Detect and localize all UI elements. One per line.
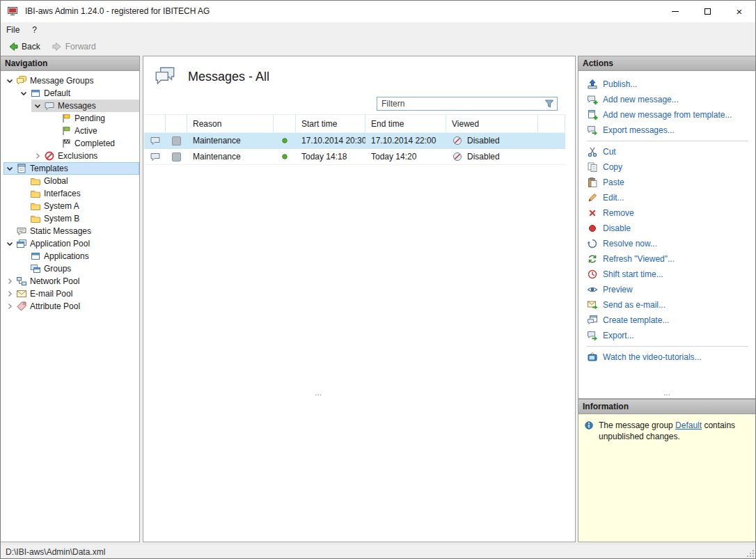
maximize-icon xyxy=(704,8,711,15)
tree-item-message-groups[interactable]: Message Groups xyxy=(3,74,139,87)
main-panel: Messages - All Reason Start time End tim… xyxy=(143,56,576,542)
tree-item-system-b[interactable]: System B xyxy=(17,212,139,225)
tree-item-default[interactable]: Default xyxy=(17,87,139,100)
tree-chevron-expanded-icon[interactable] xyxy=(3,163,16,174)
actions-list: Publish...Add new message...Add new mess… xyxy=(578,71,755,365)
tree-item-label: Default xyxy=(44,88,70,98)
default-group-link[interactable]: Default xyxy=(675,420,702,430)
tree-item-pending[interactable]: Pending xyxy=(48,112,139,125)
minimize-button[interactable] xyxy=(659,1,691,22)
col-reason[interactable]: Reason xyxy=(187,115,274,132)
viewed-disabled-icon xyxy=(452,135,463,146)
actions-body: Publish...Add new message...Add new mess… xyxy=(578,71,756,399)
tree-item-application-pool[interactable]: Application Pool xyxy=(3,237,139,250)
actions-overflow-ellipsis[interactable]: ... xyxy=(578,388,755,397)
tree-item-static-messages[interactable]: Static Messages xyxy=(3,225,139,237)
tree-item-e-mail-pool[interactable]: E-mail Pool xyxy=(3,288,139,300)
action-label: Refresh "Viewed"... xyxy=(603,254,675,264)
action-preview[interactable]: Preview xyxy=(578,282,755,297)
tree-item-groups[interactable]: Groups xyxy=(17,262,139,275)
action-paste[interactable]: Paste xyxy=(578,175,755,190)
tree-chevron-expanded-icon[interactable] xyxy=(31,100,44,111)
create-template-icon xyxy=(587,315,598,326)
action-export[interactable]: Export... xyxy=(578,328,755,343)
tree-item-global[interactable]: Global xyxy=(17,175,139,187)
tree-item-label: Completed xyxy=(74,139,115,148)
action-label: Edit... xyxy=(603,193,624,203)
action-remove[interactable]: Remove xyxy=(578,205,755,221)
resize-grip-icon[interactable] xyxy=(746,549,755,558)
tree-item-applications[interactable]: Applications xyxy=(17,250,139,262)
message-row[interactable]: Maintenance17.10.2014 20:3017.10.2014 22… xyxy=(144,133,565,149)
forward-button[interactable]: Forward xyxy=(48,40,100,54)
message-row[interactable]: MaintenanceToday 14:18Today 14:20Disable… xyxy=(144,149,565,165)
tree-chevron-slot xyxy=(17,188,30,199)
menu-file[interactable]: File xyxy=(0,23,26,37)
cell-start-time: 17.10.2014 20:30 xyxy=(296,133,365,148)
tree-item-completed[interactable]: Completed xyxy=(48,137,139,150)
action-edit[interactable]: Edit... xyxy=(578,190,755,205)
action-shift-start-time[interactable]: Shift start time... xyxy=(578,267,755,282)
tree-chevron-collapsed-icon[interactable] xyxy=(3,301,16,312)
tree-item-system-a[interactable]: System A xyxy=(17,200,139,212)
tree-chevron-expanded-icon[interactable] xyxy=(17,88,30,99)
filter-icon xyxy=(544,98,555,109)
action-copy[interactable]: Copy xyxy=(578,159,755,175)
status-path: D:\IBI-aws\Admin\Data.xml xyxy=(6,547,105,557)
menubar: File ? xyxy=(0,22,756,37)
maximize-button[interactable] xyxy=(691,1,723,22)
tree-item-exclusions[interactable]: Exclusions xyxy=(31,150,139,162)
viewed-state-label: Disabled xyxy=(467,152,500,162)
tree-item-interfaces[interactable]: Interfaces xyxy=(17,187,139,200)
action-refresh-viewed[interactable]: Refresh "Viewed"... xyxy=(578,251,755,267)
cell-viewed: Disabled xyxy=(446,149,538,164)
chevron-right-icon xyxy=(32,150,43,162)
col-viewed[interactable]: Viewed xyxy=(446,115,538,132)
action-disable[interactable]: Disable xyxy=(578,221,755,236)
col-message-icon[interactable] xyxy=(144,115,166,132)
cell-viewed: Disabled xyxy=(446,133,538,148)
action-cut[interactable]: Cut xyxy=(578,144,755,159)
tree-item-active[interactable]: Active xyxy=(48,125,139,137)
action-add-new-message-from-template[interactable]: Add new message from template... xyxy=(578,107,755,123)
edit-icon xyxy=(587,192,598,203)
tree-item-label: Attribute Pool xyxy=(30,301,80,311)
tree-chevron-collapsed-icon[interactable] xyxy=(3,276,16,287)
tree-chevron-collapsed-icon[interactable] xyxy=(3,288,16,299)
forward-icon xyxy=(52,41,63,52)
resolve-icon xyxy=(587,238,598,249)
tree-item-attribute-pool[interactable]: Attribute Pool xyxy=(3,300,139,313)
tree-chevron-slot xyxy=(17,251,30,262)
filter-button[interactable] xyxy=(542,98,557,109)
col-end-time[interactable]: End time xyxy=(365,115,446,132)
titlebar[interactable]: IBI-aws Admin 1.24.0 - registered for IB… xyxy=(0,0,756,22)
tree-chevron-expanded-icon[interactable] xyxy=(3,238,16,249)
tree-item-label: Exclusions xyxy=(58,151,97,161)
col-status[interactable] xyxy=(274,115,296,132)
tree-chevron-collapsed-icon[interactable] xyxy=(31,150,44,162)
action-create-template[interactable]: Create template... xyxy=(578,313,755,328)
filter-input[interactable] xyxy=(377,99,542,109)
action-publish[interactable]: Publish... xyxy=(578,77,755,92)
tree-item-messages[interactable]: Messages xyxy=(31,100,139,112)
action-send-as-e-mail[interactable]: Send as e-mail... xyxy=(578,297,755,313)
action-label: Export... xyxy=(603,331,634,340)
tree-item-label: Application Pool xyxy=(30,239,90,249)
action-resolve-now[interactable]: Resolve now... xyxy=(578,236,755,251)
col-category[interactable] xyxy=(166,115,187,132)
menu-help[interactable]: ? xyxy=(26,23,43,37)
tree-item-label: Active xyxy=(74,126,97,136)
navigation-panel: Navigation Message GroupsDefaultMessages… xyxy=(0,56,140,542)
tree-item-templates[interactable]: Templates xyxy=(3,162,139,175)
close-button[interactable]: × xyxy=(723,1,755,22)
back-label: Back xyxy=(22,42,40,52)
information-text: The message group Default contains unpub… xyxy=(599,420,750,442)
tree-chevron-expanded-icon[interactable] xyxy=(3,75,16,86)
tree-item-network-pool[interactable]: Network Pool xyxy=(3,275,139,288)
action-add-new-message[interactable]: Add new message... xyxy=(578,92,755,107)
action-export-messages[interactable]: Export messages... xyxy=(578,123,755,138)
col-start-time[interactable]: Start time xyxy=(296,115,365,132)
action-watch-the-video-tutorials[interactable]: Watch the video-tutorials... xyxy=(578,349,755,365)
back-button[interactable]: Back xyxy=(4,40,44,54)
actions-separator xyxy=(587,346,748,347)
